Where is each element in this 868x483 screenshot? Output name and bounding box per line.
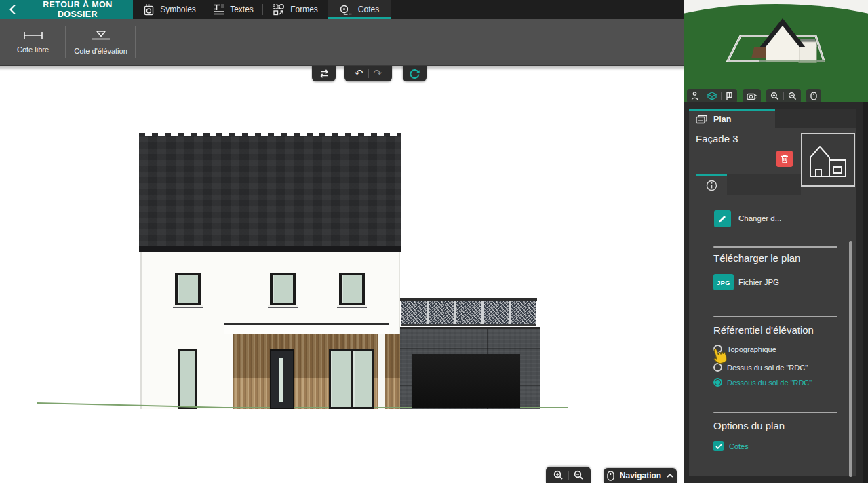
radio-label: Dessous du sol de "RDC" [727, 379, 812, 387]
tab-textes[interactable]: Textes [203, 0, 263, 19]
stone-joint [400, 348, 540, 349]
3d-scene [684, 0, 868, 102]
back-to-dossier-button[interactable]: RETOUR À MON DOSSIER [0, 0, 133, 19]
zoom-in-icon[interactable] [553, 470, 564, 480]
corner-trim [378, 334, 385, 409]
zoom-in-icon[interactable] [770, 92, 779, 100]
symbols-icon [143, 4, 155, 16]
download-jpg-button[interactable]: JPG [713, 274, 734, 290]
top-menu-bar: RETOUR À MON DOSSIER Symboles [0, 0, 684, 19]
window-sill [337, 305, 367, 308]
mouse-group [806, 89, 821, 102]
shapes-icon [273, 4, 285, 16]
divider [783, 92, 784, 100]
zoom-out-icon[interactable] [574, 470, 584, 480]
undo-redo-group: ↶ ↷ [344, 66, 392, 81]
window-sill [173, 305, 203, 308]
refresh-plan-button[interactable] [403, 66, 427, 81]
divider [568, 471, 569, 480]
app-root: RETOUR À MON DOSSIER Symboles [0, 0, 868, 483]
divider [368, 69, 369, 78]
house-outline-icon [806, 141, 850, 179]
delete-plan-button[interactable] [776, 151, 793, 167]
tool-cote-elevation[interactable]: Cote d'élévation [66, 19, 136, 65]
tab-label: Formes [290, 5, 318, 14]
trash-icon [781, 154, 789, 163]
drawing-canvas[interactable]: ↶ ↷ [0, 66, 684, 483]
jpg-file-label: Fichier JPG [738, 278, 779, 286]
plan-title: Façade 3 [696, 133, 738, 144]
dimensions-icon [340, 5, 353, 15]
roof [139, 136, 401, 246]
pencil-icon [718, 214, 727, 223]
plan-tab-label: Plan [713, 115, 731, 124]
tab-cotes[interactable]: Cotes [328, 0, 391, 19]
back-button-label: RETOUR À MON DOSSIER [22, 0, 133, 19]
front-door [270, 349, 294, 409]
tool-label: Cote libre [17, 45, 49, 54]
mouse-icon[interactable] [810, 92, 817, 100]
tab-symboles[interactable]: Symboles [136, 0, 203, 19]
person-view-icon[interactable] [691, 92, 698, 100]
view-mode-group [687, 89, 737, 102]
swap-icon [319, 69, 330, 78]
chevron-left-icon [9, 5, 16, 14]
jpg-badge: JPG [717, 279, 730, 286]
3d-viewport[interactable] [684, 0, 868, 102]
tool-divider [135, 26, 136, 58]
texts-icon [213, 4, 224, 15]
divider [713, 316, 837, 317]
zoom-out-icon[interactable] [788, 92, 797, 100]
referential-heading: Référentiel d'élévation [713, 324, 814, 336]
tab-info[interactable] [696, 174, 727, 195]
cotes-checkbox-row[interactable]: Cotes [713, 441, 749, 451]
wood-cladding-side [385, 334, 400, 409]
door-glass [279, 358, 283, 402]
tab-formes[interactable]: Formes [263, 0, 328, 19]
garage-door [412, 354, 520, 408]
camera-icon[interactable] [747, 92, 757, 100]
radio-icon [713, 363, 722, 372]
tab-label: Cotes [358, 5, 379, 14]
swap-view-button[interactable] [312, 66, 336, 81]
viewport-zoom-group [766, 89, 801, 102]
plan-properties-panel: Façade 3 [689, 128, 856, 476]
balustrade-panels [401, 301, 536, 326]
redo-icon[interactable]: ↷ [374, 69, 382, 79]
camera-group [743, 89, 761, 102]
window-upper-2 [270, 273, 296, 305]
navigation-label: Navigation [620, 471, 661, 480]
sidebar-edge [863, 102, 868, 483]
radio-dessus-sol-rdc[interactable]: Dessus du sol de "RDC" [713, 363, 808, 372]
canvas-zoom-group [546, 467, 591, 483]
facade-view-icon[interactable] [726, 92, 733, 100]
balustrade [401, 298, 536, 327]
undo-icon[interactable]: ↶ [355, 69, 363, 79]
plan-thumbnail[interactable] [801, 133, 855, 187]
free-dimension-icon [20, 31, 46, 39]
tab-label: Textes [230, 5, 254, 14]
radio-icon [713, 345, 722, 353]
checkbox-checked-icon [713, 441, 724, 451]
radio-label: Topographique [727, 345, 776, 353]
right-sidebar: Plan Façade 3 [684, 0, 868, 483]
panel-scrollbar[interactable] [849, 241, 852, 477]
navigation-button[interactable]: Navigation [604, 468, 677, 483]
balustrade-rail [400, 298, 537, 301]
window-large [329, 349, 374, 409]
change-name-button[interactable] [714, 210, 731, 227]
radio-selected-icon [713, 378, 722, 387]
roof-fascia [139, 246, 401, 252]
radio-dessous-sol-rdc[interactable]: Dessous du sol de "RDC" [713, 378, 812, 387]
tab-plan[interactable]: Plan [689, 109, 775, 128]
info-icon [706, 180, 717, 191]
workspace: RETOUR À MON DOSSIER Symboles [0, 0, 684, 483]
axonometry-icon[interactable] [707, 92, 717, 100]
divider [713, 412, 837, 413]
tool-cote-libre[interactable]: Cote libre [0, 19, 66, 65]
window-upper-1 [175, 273, 201, 305]
main-tabs: Symboles Textes [136, 0, 391, 19]
radio-topographique[interactable]: Topographique [713, 345, 776, 353]
tool-ribbon: Cote libre Cote d'élévation [0, 19, 684, 66]
window-sill [268, 305, 298, 308]
